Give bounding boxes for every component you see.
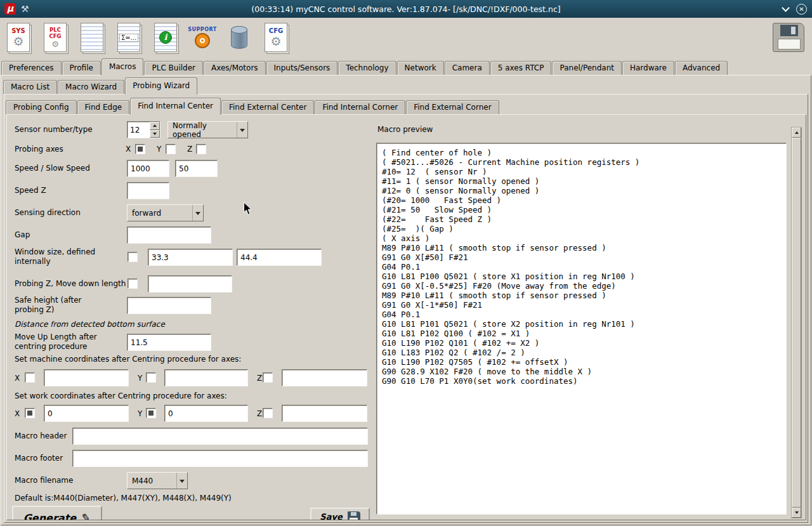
window-size-checkbox[interactable] — [128, 252, 138, 262]
default-filename-note: Default is:M440(Diameter), M447(XY), M44… — [15, 494, 232, 503]
scroll-up-button[interactable] — [792, 128, 801, 138]
axis-x-label: X — [15, 373, 20, 383]
work-y-input[interactable] — [164, 405, 248, 422]
gap-input[interactable] — [127, 227, 211, 244]
arrow-up-icon — [153, 122, 157, 127]
work-z-checkbox[interactable] — [263, 408, 273, 418]
gear-icon: ⚙ — [270, 35, 281, 48]
tab-preferences[interactable]: Preferences — [1, 61, 62, 75]
tab-macro-wizard[interactable]: Macro Wizard — [58, 80, 124, 94]
window-size-x-input[interactable] — [148, 249, 233, 266]
sensor-number-input[interactable] — [128, 122, 150, 138]
tab-hardware[interactable]: Hardware — [622, 61, 674, 75]
speed-z-input[interactable] — [127, 182, 169, 199]
tab-camera[interactable]: Camera — [445, 61, 490, 75]
sigma-label: Σ=... — [119, 34, 138, 42]
safe-height-input[interactable] — [127, 297, 211, 314]
tab-plc-builder[interactable]: PLC Builder — [144, 61, 203, 75]
tab-find-internal-center[interactable]: Find Internal Center — [130, 98, 221, 115]
move-up-input[interactable] — [127, 334, 211, 351]
tab-find-external-corner[interactable]: Find External Corner — [406, 100, 499, 114]
window-size-y-input[interactable] — [237, 249, 322, 266]
mouse-cursor — [243, 202, 252, 216]
spin-down-button[interactable] — [150, 130, 160, 138]
log-button[interactable] — [74, 19, 110, 56]
tab-advanced[interactable]: Advanced — [675, 61, 728, 75]
macro-document-icon: Σ=... — [117, 23, 140, 52]
tab-5-axes-rtcp[interactable]: 5 axes RTCP — [490, 61, 552, 75]
gear-icon: ⚙ — [51, 40, 59, 48]
spin-up-button[interactable] — [150, 122, 160, 130]
axis-z-label: Z — [187, 144, 192, 154]
cfg-button[interactable]: CFG ⚙ — [258, 19, 294, 56]
info-icon: i — [159, 31, 172, 44]
tab-find-external-center[interactable]: Find External Center — [221, 100, 314, 114]
machine-x-input[interactable] — [44, 369, 129, 386]
tab-technology[interactable]: Technology — [338, 61, 396, 75]
main-tab-bar: Preferences Profile Macros PLC Builder A… — [1, 58, 728, 75]
find-internal-center-page: Sensor number/type Normally opened Probi… — [6, 114, 806, 520]
scrollbar-thumb[interactable] — [792, 138, 801, 508]
tab-macros[interactable]: Macros — [102, 58, 144, 76]
machine-y-input[interactable] — [164, 369, 248, 386]
probing-axis-z-checkbox[interactable] — [196, 144, 206, 154]
probing-z-length-input[interactable] — [148, 275, 232, 293]
machine-z-checkbox[interactable] — [263, 372, 273, 383]
macro-preview-code: ( Find center of hole ) ( #5021...#5026 … — [377, 143, 786, 390]
tab-probing-config[interactable]: Probing Config — [6, 100, 77, 114]
chevron-down-icon — [237, 122, 247, 138]
machine-coords-label: Set machine coordinates after Centring p… — [15, 355, 241, 364]
sensor-type-select[interactable]: Normally opened — [167, 121, 248, 138]
speed-slow-input[interactable] — [175, 160, 218, 177]
work-x-input[interactable] — [44, 405, 129, 422]
tab-network[interactable]: Network — [397, 61, 444, 75]
macro-filename-select[interactable]: M440 — [127, 472, 188, 489]
probing-axis-y-checkbox[interactable] — [166, 144, 176, 154]
sensor-number-spinner[interactable] — [127, 121, 160, 138]
plc-label-2: CFG — [49, 34, 61, 39]
macro-preview-box[interactable]: ( Find center of hole ) ( #5021...#5026 … — [376, 143, 787, 515]
tab-inputs-sensors[interactable]: Inputs/Sensors — [266, 61, 338, 75]
plc-config-button[interactable]: PLC CFG ⚙ — [37, 19, 74, 56]
tab-axes-motors[interactable]: Axes/Motors — [204, 61, 266, 75]
move-up-label: Move Up Length after centring procedure — [15, 332, 100, 352]
macro-header-input[interactable] — [72, 428, 368, 445]
scroll-down-button[interactable] — [792, 508, 801, 518]
floppy-icon — [348, 511, 360, 520]
save-button[interactable]: Save — [310, 508, 370, 520]
info-button[interactable]: i — [147, 19, 184, 56]
tab-profile[interactable]: Profile — [62, 61, 101, 75]
tab-macro-list[interactable]: Macro List — [3, 80, 57, 94]
macro-footer-input[interactable] — [72, 450, 368, 467]
machine-x-checkbox[interactable] — [25, 372, 35, 383]
tab-panel-pendant[interactable]: Panel/Pendant — [552, 61, 622, 75]
machine-z-input[interactable] — [282, 369, 367, 386]
generate-button[interactable]: Generate ✎ — [12, 506, 102, 520]
database-button[interactable] — [221, 19, 258, 56]
support-button[interactable]: SUPPORT — [184, 19, 221, 56]
save-profile-button[interactable] — [773, 23, 804, 52]
tab-probing-wizard[interactable]: Probing Wizard — [125, 77, 197, 95]
work-z-input[interactable] — [282, 405, 367, 422]
sensor-type-value: Normally opened — [173, 121, 237, 139]
probing-axis-x-checkbox[interactable] — [135, 144, 145, 154]
machine-y-checkbox[interactable] — [146, 372, 156, 383]
work-y-checkbox[interactable] — [146, 408, 156, 418]
macro-preview-label: Macro preview — [377, 125, 433, 135]
speed-label: Speed / Slow Speed — [15, 164, 124, 173]
tab-find-internal-corner[interactable]: Find Internal Corner — [315, 100, 405, 114]
close-icon[interactable]: ✕ — [796, 4, 807, 15]
minimize-icon[interactable] — [782, 4, 790, 12]
page-scrollbar[interactable] — [791, 127, 802, 518]
probing-z-checkbox[interactable] — [128, 279, 138, 289]
macro-list-button[interactable]: Σ=... — [110, 19, 147, 56]
sensing-direction-select[interactable]: forward — [127, 204, 204, 221]
sys-settings-button[interactable]: SYS ⚙ — [0, 19, 37, 56]
work-x-checkbox[interactable] — [25, 408, 35, 418]
macro-filename-label: Macro filename — [15, 476, 73, 485]
window-title: (00:33:14) myCNC control software. Ver:1… — [0, 4, 812, 14]
main-toolbar: SYS ⚙ PLC CFG ⚙ Σ=... i SUPPORT — [0, 18, 812, 57]
tab-find-edge[interactable]: Find Edge — [77, 100, 130, 114]
plc-label-1: PLC — [49, 27, 61, 33]
speed-fast-input[interactable] — [127, 160, 169, 177]
